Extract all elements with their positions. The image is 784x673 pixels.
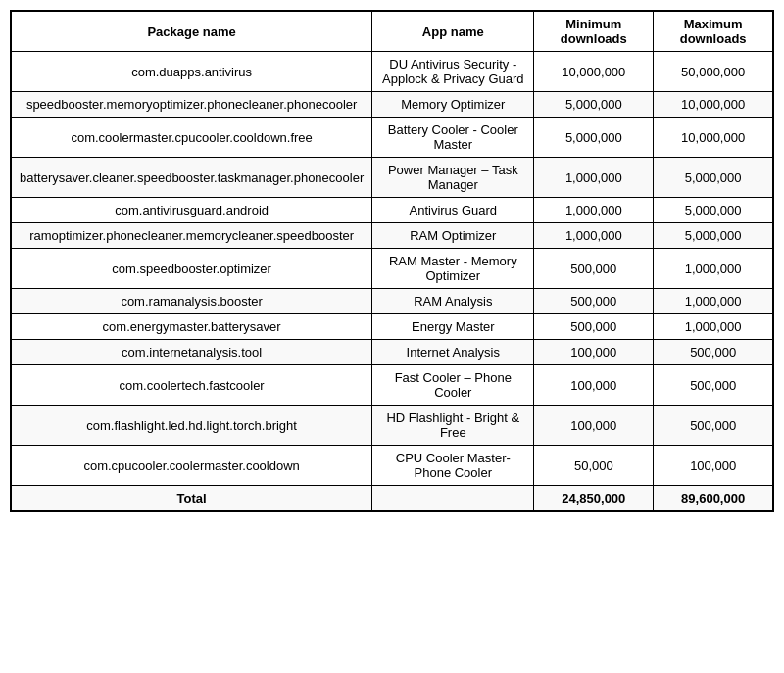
cell-appname: DU Antivirus Security - Applock & Privac… — [372, 52, 534, 92]
cell-max: 10,000,000 — [654, 118, 773, 158]
cell-max: 50,000,000 — [654, 52, 773, 92]
cell-max: 5,000,000 — [654, 158, 773, 198]
table-row: batterysaver.cleaner.speedbooster.taskma… — [11, 158, 773, 198]
cell-package: speedbooster.memoryoptimizer.phonecleane… — [11, 92, 372, 118]
header-min-downloads: Minimum downloads — [534, 11, 654, 52]
cell-max: 1,000,000 — [654, 314, 773, 340]
header-package: Package name — [11, 11, 372, 52]
cell-max: 5,000,000 — [654, 198, 773, 223]
cell-max: 1,000,000 — [654, 249, 773, 289]
table-row: com.duapps.antivirusDU Antivirus Securit… — [11, 52, 773, 92]
table-row: Total24,850,00089,600,000 — [11, 486, 773, 512]
cell-min: 24,850,000 — [534, 486, 654, 512]
cell-package: com.antivirusguard.android — [11, 198, 372, 223]
cell-max: 500,000 — [654, 340, 773, 365]
cell-max: 5,000,000 — [654, 223, 773, 249]
cell-appname: Memory Optimizer — [372, 92, 534, 118]
cell-package: com.speedbooster.optimizer — [11, 249, 372, 289]
cell-min: 500,000 — [534, 249, 654, 289]
cell-appname: Energy Master — [372, 314, 534, 340]
data-table: Package name App name Minimum downloads … — [10, 10, 774, 512]
cell-package: com.coolertech.fastcooler — [11, 365, 372, 406]
header-max-downloads: Maximum downloads — [654, 11, 773, 52]
table-row: com.cpucooler.coolermaster.cooldownCPU C… — [11, 446, 773, 486]
table-row: com.coolertech.fastcoolerFast Cooler – P… — [11, 365, 773, 406]
cell-min: 5,000,000 — [534, 118, 654, 158]
cell-package: com.coolermaster.cpucooler.cooldown.free — [11, 118, 372, 158]
cell-package: com.flashlight.led.hd.light.torch.bright — [11, 406, 372, 446]
cell-appname: HD Flashlight - Bright & Free — [372, 406, 534, 446]
cell-appname — [372, 486, 534, 512]
cell-appname: Fast Cooler – Phone Cooler — [372, 365, 534, 406]
table-row: com.internetanalysis.toolInternet Analys… — [11, 340, 773, 365]
cell-appname: Battery Cooler - Cooler Master — [372, 118, 534, 158]
cell-max: 100,000 — [654, 446, 773, 486]
cell-max: 500,000 — [654, 365, 773, 406]
header-row: Package name App name Minimum downloads … — [11, 11, 773, 52]
table-row: ramoptimizer.phonecleaner.memorycleaner.… — [11, 223, 773, 249]
cell-min: 10,000,000 — [534, 52, 654, 92]
table-row: com.antivirusguard.androidAntivirus Guar… — [11, 198, 773, 223]
cell-appname: Power Manager – Task Manager — [372, 158, 534, 198]
cell-min: 1,000,000 — [534, 198, 654, 223]
cell-min: 500,000 — [534, 289, 654, 314]
cell-appname: CPU Cooler Master- Phone Cooler — [372, 446, 534, 486]
cell-min: 1,000,000 — [534, 223, 654, 249]
table-row: com.energymaster.batterysaverEnergy Mast… — [11, 314, 773, 340]
cell-min: 500,000 — [534, 314, 654, 340]
cell-package: Total — [11, 486, 372, 512]
cell-package: batterysaver.cleaner.speedbooster.taskma… — [11, 158, 372, 198]
cell-min: 5,000,000 — [534, 92, 654, 118]
table-row: com.ramanalysis.boosterRAM Analysis500,0… — [11, 289, 773, 314]
cell-min: 100,000 — [534, 406, 654, 446]
cell-package: com.duapps.antivirus — [11, 52, 372, 92]
cell-appname: Antivirus Guard — [372, 198, 534, 223]
cell-package: com.cpucooler.coolermaster.cooldown — [11, 446, 372, 486]
cell-appname: RAM Master - Memory Optimizer — [372, 249, 534, 289]
cell-max: 500,000 — [654, 406, 773, 446]
cell-appname: RAM Analysis — [372, 289, 534, 314]
cell-min: 1,000,000 — [534, 158, 654, 198]
cell-max: 1,000,000 — [654, 289, 773, 314]
table-row: com.coolermaster.cpucooler.cooldown.free… — [11, 118, 773, 158]
cell-appname: Internet Analysis — [372, 340, 534, 365]
table-row: com.speedbooster.optimizerRAM Master - M… — [11, 249, 773, 289]
cell-package: com.energymaster.batterysaver — [11, 314, 372, 340]
cell-min: 100,000 — [534, 340, 654, 365]
table-row: com.flashlight.led.hd.light.torch.bright… — [11, 406, 773, 446]
cell-appname: RAM Optimizer — [372, 223, 534, 249]
cell-min: 100,000 — [534, 365, 654, 406]
header-appname: App name — [372, 11, 534, 52]
cell-package: com.internetanalysis.tool — [11, 340, 372, 365]
cell-package: ramoptimizer.phonecleaner.memorycleaner.… — [11, 223, 372, 249]
cell-max: 10,000,000 — [654, 92, 773, 118]
cell-package: com.ramanalysis.booster — [11, 289, 372, 314]
table-body: com.duapps.antivirusDU Antivirus Securit… — [11, 52, 773, 512]
main-container: Package name App name Minimum downloads … — [10, 10, 774, 512]
cell-min: 50,000 — [534, 446, 654, 486]
table-row: speedbooster.memoryoptimizer.phonecleane… — [11, 92, 773, 118]
cell-max: 89,600,000 — [654, 486, 773, 512]
